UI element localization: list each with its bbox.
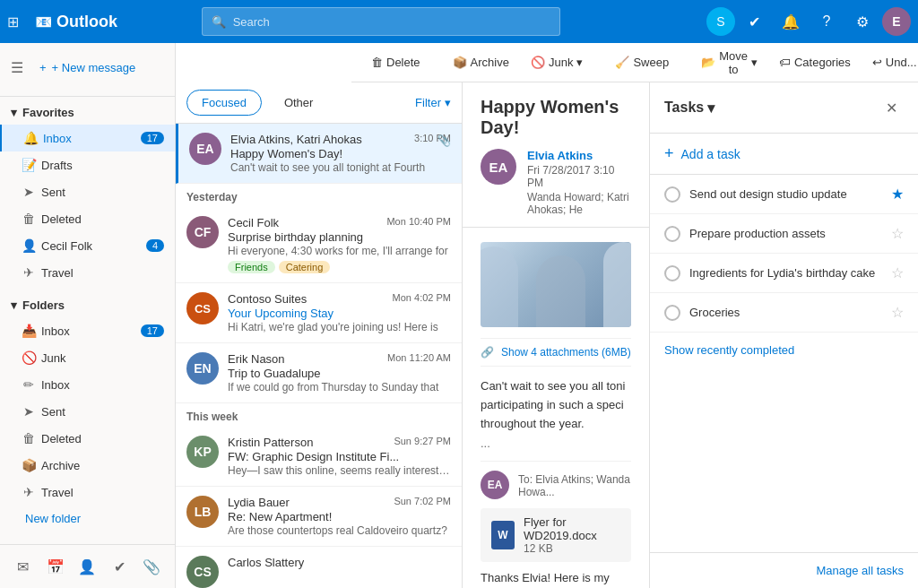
- detail-sender-date: Fri 7/28/2017 3:10 PM: [527, 164, 631, 189]
- attachment-bar-icon: 🔗: [481, 346, 494, 359]
- favorites-header[interactable]: ▾ Favorites: [0, 100, 175, 125]
- task-item-2[interactable]: Ingredients for Lydia's birthday cake ☆: [650, 254, 918, 293]
- sidebar-item-inbox-2[interactable]: ✏ Inbox: [0, 371, 175, 398]
- task-item-1[interactable]: Prepare production assets ☆: [650, 214, 918, 254]
- email-item-contoso[interactable]: CS Contoso Suites Mon 4:02 PM Your Upcom…: [176, 283, 462, 343]
- new-folder-link[interactable]: New folder: [0, 506, 175, 532]
- task-star-3[interactable]: ☆: [891, 304, 904, 321]
- email-item-elvia[interactable]: EA Elvia Atkins, Katri Ahokas 3:10 PM Ha…: [176, 124, 462, 184]
- search-bar[interactable]: 🔍: [202, 7, 560, 36]
- reply-avatar: EA: [481, 471, 509, 499]
- archive-button[interactable]: 📦 Archive: [444, 50, 518, 74]
- task-star-1[interactable]: ☆: [891, 225, 904, 242]
- tasks-bottom-icon[interactable]: ✔: [105, 552, 134, 581]
- bell-button[interactable]: 🔔: [775, 5, 807, 38]
- email-item-erik[interactable]: EN Erik Nason Mon 11:20 AM Trip to Guada…: [176, 343, 462, 403]
- attach-bottom-icon[interactable]: 📎: [137, 552, 166, 581]
- tasks-chevron-icon[interactable]: ▾: [707, 99, 714, 117]
- task-star-0[interactable]: ★: [891, 186, 904, 203]
- time-erik: Mon 11:20 AM: [387, 352, 451, 363]
- sender-erik: Erik Nason: [228, 352, 285, 366]
- new-message-button[interactable]: + + New message: [30, 54, 164, 82]
- section-yesterday: Yesterday: [176, 184, 462, 207]
- tab-focused[interactable]: Focused: [186, 90, 262, 116]
- sidebar-item-deleted[interactable]: 🗑 Deleted: [0, 205, 175, 232]
- tasks-title: Tasks ▾: [664, 99, 714, 117]
- mail-bottom-icon[interactable]: ✉: [9, 552, 38, 581]
- sidebar-item-travel-fav[interactable]: ✈ Travel: [0, 259, 175, 286]
- detail-sender-name: Elvia Atkins: [527, 149, 631, 162]
- time-lydia: Sun 7:02 PM: [394, 496, 451, 506]
- settings-button[interactable]: ⚙: [846, 5, 879, 38]
- task-text-1: Prepare production assets: [689, 227, 882, 240]
- word-icon: W: [491, 521, 515, 549]
- email-item-cecil[interactable]: CF Cecil Folk Mon 10:40 PM Surprise birt…: [176, 207, 462, 283]
- junk-button[interactable]: 🚫 Junk ▾: [522, 50, 592, 74]
- sender-cecil: Cecil Folk: [228, 216, 279, 229]
- delete-button[interactable]: 🗑 Delete: [362, 50, 429, 74]
- add-task-button[interactable]: + Add a task: [650, 134, 918, 175]
- categories-button[interactable]: 🏷 Categories: [770, 50, 860, 74]
- sidebar-item-drafts[interactable]: 📝 Drafts: [0, 151, 175, 178]
- detail-sender-to: Wanda Howard; Katri Ahokas; He: [527, 191, 631, 216]
- email-item-kristin[interactable]: KP Kristin Patterson Sun 9:27 PM FW: Gra…: [176, 427, 462, 487]
- sidebar-item-archive[interactable]: 📦 Archive: [0, 452, 175, 479]
- attachment-bar[interactable]: 🔗 Show 4 attachments (6MB): [481, 338, 631, 367]
- detail-body: 🔗 Show 4 attachments (6MB) Can't wait to…: [463, 228, 649, 588]
- calendar-bottom-icon[interactable]: 📅: [41, 552, 70, 581]
- detail-ellipsis[interactable]: ...: [481, 433, 631, 454]
- show-completed-link[interactable]: Show recently completed: [650, 333, 918, 368]
- checkmark-button[interactable]: ✔: [739, 5, 771, 38]
- sidebar-item-junk[interactable]: 🚫 Junk: [0, 344, 175, 371]
- manage-tasks-link[interactable]: Manage all tasks: [650, 552, 918, 588]
- attachment-text: Show 4 attachments (6MB): [501, 346, 631, 359]
- add-icon: +: [664, 144, 674, 163]
- travel-icon: ✈: [22, 265, 36, 280]
- travel-folder-icon: ✈: [22, 485, 36, 499]
- move-to-button[interactable]: 📂 Move to ▾: [692, 44, 766, 82]
- filter-button[interactable]: Filter ▾: [415, 96, 451, 109]
- undo-button[interactable]: ↩ Und...: [863, 50, 918, 74]
- tasks-header: Tasks ▾ ✕: [650, 82, 918, 134]
- email-item-lydia[interactable]: LB Lydia Bauer Sun 7:02 PM Re: New Apart…: [176, 487, 462, 547]
- subject-contoso: Your Upcoming Stay: [228, 307, 451, 320]
- sidebar-item-sent-folder[interactable]: ➤ Sent: [0, 398, 175, 425]
- task-star-2[interactable]: ☆: [891, 264, 904, 281]
- sidebar-item-robin-counts[interactable]: 👤 Cecil Folk 4: [0, 232, 175, 259]
- folders-header[interactable]: ▾ Folders: [0, 293, 175, 317]
- sidebar-item-travel[interactable]: ✈ Travel: [0, 479, 175, 506]
- skype-button[interactable]: S: [706, 7, 735, 36]
- help-button[interactable]: ?: [810, 5, 843, 38]
- attachment-icon-elvia: 📎: [437, 134, 451, 147]
- task-item-3[interactable]: Groceries ☆: [650, 293, 918, 333]
- time-cecil: Mon 10:40 PM: [386, 216, 451, 227]
- grid-icon[interactable]: ⊞: [7, 13, 19, 30]
- avatar-carlos: CS: [186, 556, 219, 588]
- search-input[interactable]: [233, 15, 550, 29]
- sweep-button[interactable]: 🧹 Sweep: [606, 50, 678, 74]
- task-circle-2[interactable]: [664, 265, 680, 281]
- inbox-badge: 17: [141, 132, 164, 144]
- sidebar-item-sent[interactable]: ➤ Sent: [0, 178, 175, 205]
- sidebar-item-inbox-folder[interactable]: 📥 Inbox 17: [0, 317, 175, 344]
- attachment-file[interactable]: W Flyer for WD2019.docx 12 KB: [481, 508, 631, 562]
- task-circle-0[interactable]: [664, 186, 680, 203]
- email-item-carlos[interactable]: CS Carlos Slattery: [176, 547, 462, 588]
- subject-cecil: Surprise birthday planning: [228, 230, 451, 244]
- sidebar: ☰ + + New message ▾ Favorites 🔔 Inbox 17…: [0, 43, 176, 588]
- people-bottom-icon[interactable]: 👤: [73, 552, 101, 581]
- task-circle-1[interactable]: [664, 226, 680, 242]
- tab-other[interactable]: Other: [269, 90, 329, 116]
- tasks-close-button[interactable]: ✕: [879, 95, 904, 120]
- task-circle-3[interactable]: [664, 305, 680, 321]
- search-icon: 🔍: [212, 15, 226, 29]
- task-item-0[interactable]: Send out design studio update ★: [650, 175, 918, 214]
- avatar[interactable]: E: [882, 7, 911, 36]
- subject-kristin: FW: Graphic Design Institute Fi...: [228, 450, 451, 463]
- archive-icon: 📦: [22, 458, 36, 472]
- app-logo: 📧 Outlook: [26, 13, 125, 31]
- sidebar-item-deleted-folder[interactable]: 🗑 Deleted: [0, 425, 175, 452]
- sidebar-item-inbox[interactable]: 🔔 Inbox 17: [0, 125, 175, 151]
- hamburger-icon[interactable]: ☰: [11, 59, 23, 76]
- email-detail: Happy Women's Day! EA Elvia Atkins Fri 7…: [463, 82, 649, 588]
